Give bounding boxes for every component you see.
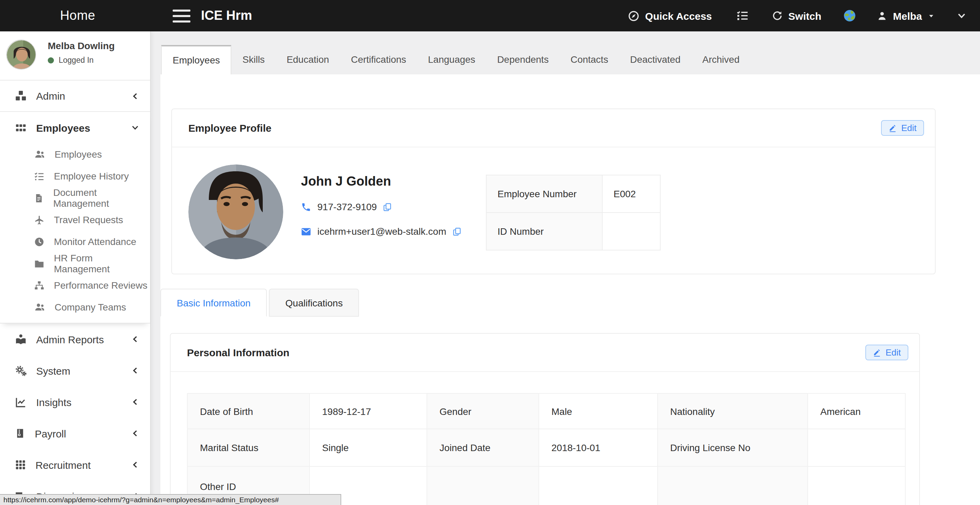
- sidebar-subitem-label: Employee History: [54, 170, 129, 182]
- personal-card-title: Personal Information: [187, 347, 290, 358]
- sidebar-subitem-label: HR Form Management: [54, 253, 150, 274]
- switch-button[interactable]: Switch: [772, 10, 821, 21]
- chart-line-icon: [15, 396, 27, 408]
- field-label: Employee Number: [486, 175, 602, 213]
- sidebar-group-employees: Employees Employees Employee History Doc…: [0, 112, 150, 323]
- tab-education[interactable]: Education: [276, 45, 340, 74]
- tab-contacts[interactable]: Contacts: [560, 45, 619, 74]
- clock-icon: [34, 236, 45, 247]
- home-link[interactable]: Home: [60, 8, 95, 23]
- subtab-basic-information[interactable]: Basic Information: [161, 289, 267, 317]
- employee-id-table: Employee Number E002 ID Number: [486, 175, 660, 250]
- list-check-icon: [34, 171, 45, 181]
- field-label: Marital Status: [187, 429, 310, 467]
- table-row: Employee Number E002: [486, 175, 660, 213]
- field-value: Single: [310, 429, 427, 467]
- profile-card-header: Employee Profile Edit: [172, 109, 935, 147]
- personal-card-header: Personal Information Edit: [170, 334, 919, 372]
- sidebar-subitem-label: Document Management: [53, 187, 150, 209]
- sidebar-subitem-document-management[interactable]: Document Management: [0, 187, 150, 209]
- navbar-collapse-button[interactable]: [957, 11, 966, 21]
- main-content: Employees Skills Education Certification…: [151, 31, 980, 505]
- tab-archived[interactable]: Archived: [691, 45, 750, 74]
- tasks-button[interactable]: [737, 10, 749, 22]
- caret-down-icon: [928, 12, 935, 19]
- sidebar-subitem-label: Company Teams: [55, 302, 126, 312]
- logged-in-status: Logged In: [48, 56, 94, 64]
- user-menu[interactable]: Melba: [877, 10, 935, 21]
- sidebar-item-admin[interactable]: Admin: [0, 81, 150, 112]
- field-value: Male: [539, 393, 657, 429]
- sidebar-subitem-company-teams[interactable]: Company Teams: [0, 296, 150, 318]
- chevron-left-icon: [131, 429, 139, 437]
- phone-icon: [301, 202, 311, 212]
- cubes-icon: [15, 90, 27, 102]
- status-url: https://icehrm.com/app/demo-icehrm/?g=ad…: [3, 495, 279, 503]
- rotate-icon: [772, 10, 783, 21]
- employee-identity: John J Golden 917-372-9109 icehrm+user1@…: [301, 174, 461, 238]
- sidebar-subitem-hr-form-management[interactable]: HR Form Management: [0, 253, 150, 274]
- subtab-qualifications[interactable]: Qualifications: [269, 289, 359, 317]
- sidebar-subitem-performance-reviews[interactable]: Performance Reviews: [0, 274, 150, 296]
- sidebar-item-employees[interactable]: Employees: [0, 112, 150, 143]
- field-label: Joined Date: [427, 429, 539, 467]
- chevron-down-icon: [957, 11, 966, 21]
- sidebar-subitem-label: Travel Requests: [54, 214, 123, 225]
- pen-icon: [872, 348, 881, 357]
- status-dot-icon: [48, 57, 54, 63]
- profile-edit-button[interactable]: Edit: [881, 120, 924, 136]
- navbar-actions: Quick Access Switch: [628, 9, 966, 22]
- tab-certifications[interactable]: Certifications: [340, 45, 417, 74]
- field-label: Date of Birth: [187, 393, 310, 429]
- field-label: Driving License No: [657, 429, 808, 467]
- top-navbar: Home ICE Hrm Quick Access Switch: [0, 0, 980, 31]
- hamburger-icon[interactable]: [173, 9, 191, 22]
- quick-access-button[interactable]: Quick Access: [628, 10, 712, 21]
- sidebar-subitem-employee-history[interactable]: Employee History: [0, 165, 150, 187]
- sidebar-subitem-monitor-attendance[interactable]: Monitor Attendance: [0, 231, 150, 253]
- tab-content-panel: Employee Profile Edit: [161, 74, 980, 505]
- sidebar-item-admin-reports[interactable]: Admin Reports: [0, 323, 150, 355]
- sidebar-item-system[interactable]: System: [0, 355, 150, 386]
- copy-phone-button[interactable]: [383, 202, 392, 211]
- sidebar-item-payroll[interactable]: Payroll: [0, 417, 150, 449]
- sidebar-subitem-label: Monitor Attendance: [54, 236, 136, 247]
- edit-label: Edit: [901, 123, 916, 133]
- tab-skills[interactable]: Skills: [232, 45, 276, 74]
- globe-icon: [843, 9, 857, 22]
- tab-deactivated[interactable]: Deactivated: [619, 45, 691, 74]
- employee-profile-card: Employee Profile Edit: [171, 108, 935, 274]
- sidebar-item-insights[interactable]: Insights: [0, 386, 150, 417]
- sidebar-item-label: Recruitment: [35, 459, 91, 470]
- users-icon: [34, 149, 45, 160]
- detail-subtabs: Basic Information Qualifications: [161, 289, 980, 317]
- language-globe-button[interactable]: [843, 9, 857, 22]
- copy-email-button[interactable]: [452, 227, 461, 236]
- book-reader-icon: [15, 333, 27, 345]
- personal-info-table: Date of Birth 1989-12-17 Gender Male Nat…: [187, 393, 905, 505]
- personal-edit-button[interactable]: Edit: [865, 345, 908, 360]
- brand-title: ICE Hrm: [201, 8, 252, 23]
- sidebar-subitem-travel-requests[interactable]: Travel Requests: [0, 209, 150, 231]
- field-label: [657, 467, 808, 505]
- envelope-icon: [301, 226, 311, 236]
- pen-icon: [888, 124, 896, 132]
- chevron-down-icon: [131, 124, 139, 132]
- sidebar-item-label: Admin: [36, 90, 65, 102]
- tab-languages[interactable]: Languages: [417, 45, 486, 74]
- quick-access-label: Quick Access: [645, 10, 712, 21]
- sidebar-item-recruitment[interactable]: Recruitment: [0, 449, 150, 480]
- table-row: Date of Birth 1989-12-17 Gender Male Nat…: [187, 393, 905, 429]
- tab-employees[interactable]: Employees: [161, 45, 232, 74]
- switch-label: Switch: [788, 10, 821, 21]
- team-icon: [34, 302, 45, 312]
- folder-icon: [34, 258, 45, 269]
- phone-value: 917-372-9109: [317, 201, 377, 212]
- chevron-left-icon: [131, 460, 139, 469]
- field-value: [808, 467, 905, 505]
- tab-dependents[interactable]: Dependents: [486, 45, 560, 74]
- field-label: [427, 467, 539, 505]
- sidebar-subitem-employees[interactable]: Employees: [0, 143, 150, 165]
- diagram-icon: [34, 280, 45, 290]
- field-value: 2018-10-01: [539, 429, 657, 467]
